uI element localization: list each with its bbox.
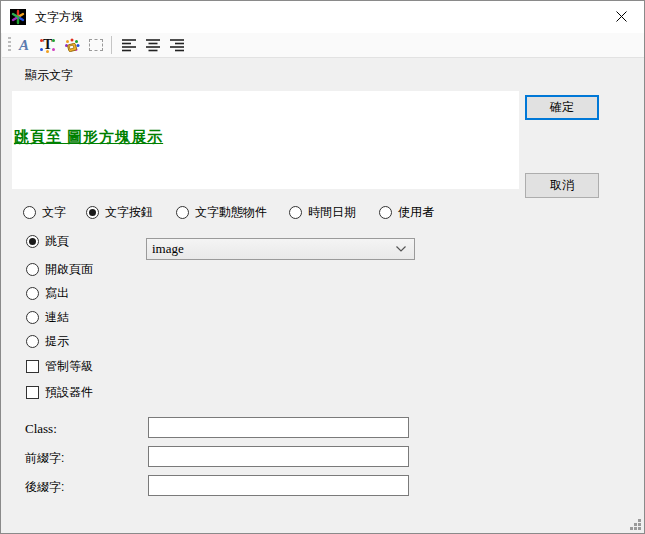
radio-option-text[interactable]: 文字 [23, 204, 66, 220]
text-color-icon: T [40, 37, 56, 53]
radio-option-write-out[interactable]: 寫出 [26, 285, 69, 301]
suffix-input[interactable] [148, 475, 409, 496]
toolbar: A T [2, 33, 645, 58]
window-title: 文字方塊 [35, 9, 83, 26]
align-center-icon [146, 38, 161, 52]
checkbox-label: 管制等級 [45, 358, 93, 375]
checkbox-default-device[interactable]: 預設器件 [26, 384, 93, 400]
dropdown-value: image [152, 241, 396, 257]
suffix-label: 後綴字: [25, 479, 64, 496]
checkbox-box [26, 360, 39, 373]
radio-label: 使用者 [398, 204, 434, 221]
class-label: Class: [25, 421, 57, 437]
radio-option-open-page[interactable]: 開啟頁面 [26, 261, 93, 277]
align-left-icon [122, 38, 137, 52]
close-icon [616, 11, 627, 22]
radio-circle [176, 206, 189, 219]
text-color-button[interactable]: T [37, 35, 59, 55]
prefix-input[interactable] [148, 446, 409, 467]
radio-option-hint[interactable]: 提示 [26, 333, 69, 349]
close-button[interactable] [599, 1, 644, 31]
marquee-select-icon [89, 39, 103, 51]
radio-circle [379, 206, 392, 219]
radio-label: 時間日期 [308, 204, 356, 221]
toolbar-separator [111, 36, 112, 54]
align-left-button[interactable] [118, 35, 140, 55]
checkbox-control-level[interactable]: 管制等級 [26, 358, 93, 374]
radio-circle [289, 206, 302, 219]
prefix-label: 前綴字: [25, 450, 64, 467]
chevron-down-icon [396, 246, 406, 252]
align-center-button[interactable] [142, 35, 164, 55]
radio-circle [26, 311, 39, 324]
resize-grip[interactable] [629, 518, 641, 530]
radio-option-jump-page[interactable]: 跳頁 [26, 233, 69, 249]
font-icon: A [19, 38, 29, 53]
radio-option-text-button[interactable]: 文字按鈕 [86, 204, 153, 220]
toolbar-grip[interactable] [8, 37, 11, 53]
jump-page-dropdown[interactable]: image [146, 238, 415, 260]
marquee-select-button[interactable] [85, 35, 107, 55]
align-right-icon [170, 38, 185, 52]
radio-label: 文字按鈕 [105, 204, 153, 221]
display-link-text[interactable]: 跳頁至 圖形方塊展示 [14, 128, 163, 147]
display-text-label: 顯示文字 [25, 67, 73, 84]
checkbox-box [26, 386, 39, 399]
radio-label: 寫出 [45, 285, 69, 302]
radio-label: 連結 [45, 309, 69, 326]
title-bar[interactable]: 文字方塊 [1, 1, 644, 33]
font-button[interactable]: A [13, 35, 35, 55]
color-palette-icon [64, 37, 81, 53]
ok-button[interactable]: 確定 [525, 95, 599, 120]
text-block-dialog: 文字方塊 A T [0, 0, 645, 534]
color-palette-button[interactable] [61, 35, 83, 55]
radio-label: 文字動態物件 [195, 204, 267, 221]
radio-option-time-date[interactable]: 時間日期 [289, 204, 356, 220]
radio-label: 文字 [42, 204, 66, 221]
radio-option-user[interactable]: 使用者 [379, 204, 434, 220]
radio-label: 跳頁 [45, 233, 69, 250]
radio-circle [26, 235, 39, 248]
radio-label: 提示 [45, 333, 69, 350]
radio-option-text-dynamic-object[interactable]: 文字動態物件 [176, 204, 267, 220]
display-text-area[interactable]: 跳頁至 圖形方塊展示 [12, 91, 519, 189]
radio-label: 開啟頁面 [45, 261, 93, 278]
app-icon [10, 9, 26, 25]
class-input[interactable] [148, 417, 409, 438]
radio-option-link[interactable]: 連結 [26, 309, 69, 325]
cancel-button[interactable]: 取消 [525, 173, 599, 198]
radio-circle [26, 263, 39, 276]
radio-circle [26, 287, 39, 300]
radio-circle [26, 335, 39, 348]
checkbox-label: 預設器件 [45, 384, 93, 401]
radio-circle [23, 206, 36, 219]
radio-circle [86, 206, 99, 219]
align-right-button[interactable] [166, 35, 188, 55]
